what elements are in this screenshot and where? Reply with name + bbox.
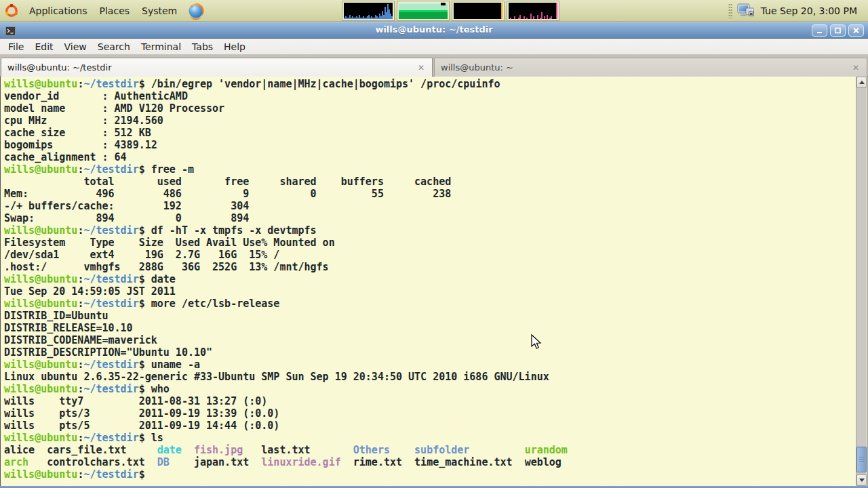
command-text: uname -a <box>145 359 200 371</box>
gnome-top-panel: ApplicationsPlacesSystem <box>0 0 868 22</box>
scroll-down-button[interactable] <box>856 474 867 486</box>
command-text: date <box>145 273 176 285</box>
prompt-path: ~/testdir <box>83 78 138 90</box>
terminal-output-line: Linux ubuntu 2.6.35-22-generic #33-Ubunt… <box>4 371 855 383</box>
command-text: free -m <box>145 163 194 176</box>
graph-bar <box>547 15 548 19</box>
minimize-button[interactable] <box>812 24 827 37</box>
terminal-output-line: vendor_id : AuthenticAMD <box>4 90 855 102</box>
terminal-output-line: model name : AMD V120 Processor <box>4 102 855 115</box>
prompt-path: ~/testdir <box>83 432 138 444</box>
terminal-command-line: wills@ubuntu:~/testdir$ date <box>4 273 855 285</box>
window-titlebar[interactable]: wills@ubuntu: ~/testdir <box>0 22 868 39</box>
panel-clock[interactable]: Tue Sep 20, 3:00 PM <box>761 5 857 16</box>
tab-label: wills@ubuntu: ~/testdir <box>1 62 416 73</box>
prompt-path: ~/testdir <box>83 468 138 481</box>
prompt-user-host: wills@ubuntu <box>4 468 77 481</box>
terminal-output-line: Tue Sep 20 14:59:05 JST 2011 <box>4 285 855 298</box>
prompt-user-host: wills@ubuntu <box>4 432 77 444</box>
desktop: ApplicationsPlacesSystem <box>0 0 868 488</box>
scrollbar[interactable] <box>856 77 867 486</box>
disk-swap-activity-graph[interactable] <box>507 1 559 20</box>
up-arrow-icon <box>859 81 865 84</box>
graph-bar <box>541 12 542 19</box>
close-button[interactable] <box>848 24 864 37</box>
network-activity-graph[interactable] <box>452 1 504 20</box>
panel-menus: ApplicationsPlacesSystem <box>23 0 183 22</box>
memory-graph-notch <box>441 3 446 5</box>
terminal-ls-line: arch controlchars.txt DB japan.txt linux… <box>4 456 855 468</box>
prompt-user-host: wills@ubuntu <box>4 298 77 310</box>
terminal-output-line: wills pts/5 2011-09-19 14:44 (:0.0) <box>4 420 855 432</box>
swap-graph-bars <box>509 3 557 19</box>
tab-close-icon[interactable]: ✕ <box>416 62 427 73</box>
terminal-output-line: cache size : 512 KB <box>4 127 855 139</box>
system-monitor-applets <box>342 1 559 20</box>
network-graph-edge-line <box>501 3 502 19</box>
firefox-launcher-icon[interactable] <box>187 2 205 20</box>
terminal-command-line: wills@ubuntu:~/testdir$ ls <box>4 432 855 444</box>
tab-testdir[interactable]: wills@ubuntu: ~/testdir ✕ <box>1 58 433 77</box>
panel-right-group: Tue Sep 20, 3:00 PM <box>728 0 857 22</box>
tab-close-icon[interactable]: ✕ <box>850 62 861 73</box>
terminal-command-line: wills@ubuntu:~/testdir$ who <box>4 383 855 395</box>
menubar-item-help[interactable]: Help <box>218 39 251 55</box>
panel-left-group: ApplicationsPlacesSystem <box>4 0 205 22</box>
graph-bar <box>391 16 393 19</box>
command-text: who <box>145 383 170 395</box>
terminal-output-line: wills tty7 2011-08-31 13:27 (:0) <box>4 395 855 407</box>
cpu-load-graph[interactable] <box>342 1 394 20</box>
terminal-output-line: Mem: 496 486 9 0 55 238 <box>4 188 855 200</box>
memory-usage-graph[interactable] <box>397 1 449 20</box>
command-text: df -hT -x tmpfs -x devtmpfs <box>145 224 317 237</box>
menubar-item-file[interactable]: File <box>3 39 29 55</box>
memory-band <box>399 12 448 19</box>
graph-bar <box>510 18 511 19</box>
terminal-output[interactable]: wills@ubuntu:~/testdir$ /bin/egrep 'vend… <box>1 77 855 486</box>
panel-menu-system[interactable]: System <box>136 0 183 22</box>
terminal-output-line: DISTRIB_CODENAME=maverick <box>4 334 855 346</box>
terminal-output-line: Filesystem Type Size Used Avail Use% Mou… <box>4 237 855 249</box>
maximize-button[interactable] <box>830 24 846 37</box>
down-arrow-icon <box>859 479 865 482</box>
command-text: ls <box>145 432 163 444</box>
swap-graph-edge-line <box>556 3 557 19</box>
menubar-item-tabs[interactable]: Tabs <box>186 39 218 55</box>
prompt-user-host: wills@ubuntu <box>4 359 77 371</box>
menubar-item-view[interactable]: View <box>59 39 92 55</box>
command-text: /bin/egrep 'vendor|name|MHz|cache|bogomi… <box>145 78 500 90</box>
prompt-path: ~/testdir <box>83 298 138 310</box>
menubar-item-edit[interactable]: Edit <box>29 39 58 55</box>
prompt-user-host: wills@ubuntu <box>4 78 77 90</box>
terminal-view: wills@ubuntu:~/testdir$ /bin/egrep 'vend… <box>0 77 868 486</box>
graph-bar <box>519 15 521 19</box>
prompt-path: ~/testdir <box>83 359 138 371</box>
graph-bar <box>526 18 528 19</box>
applet-drag-handle[interactable] <box>728 3 732 18</box>
menubar-item-terminal[interactable]: Terminal <box>136 39 186 55</box>
tab-home[interactable]: wills@ubuntu: ~ ✕ <box>434 58 867 77</box>
terminal-output-line: Swap: 894 0 894 <box>4 212 855 224</box>
command-text: more /etc/lsb-release <box>145 298 280 310</box>
scrollbar-thumb[interactable] <box>856 447 867 472</box>
panel-menu-applications[interactable]: Applications <box>23 0 94 22</box>
ubuntu-logo-icon[interactable] <box>4 3 19 18</box>
prompt-user-host: wills@ubuntu <box>4 273 77 285</box>
graph-bar <box>514 16 515 19</box>
terminal-command-line: wills@ubuntu:~/testdir$ uname -a <box>4 359 855 371</box>
terminal-prompt-line: wills@ubuntu:~/testdir$ <box>4 468 855 481</box>
panel-menu-places[interactable]: Places <box>94 0 136 22</box>
thumb-grip <box>859 457 864 463</box>
terminal-output-line: cpu MHz : 2194.560 <box>4 115 855 127</box>
graph-bar <box>524 16 525 19</box>
terminal-output-line: .host:/ vmhgfs 288G 36G 252G 13% /mnt/hg… <box>4 261 855 273</box>
menubar-item-search[interactable]: Search <box>92 39 136 55</box>
terminal-command-line: wills@ubuntu:~/testdir$ /bin/egrep 'vend… <box>4 78 855 90</box>
scroll-up-button[interactable] <box>856 77 867 88</box>
prompt-path: ~/testdir <box>83 273 138 285</box>
terminal-output-line: /dev/sda1 ext4 19G 2.7G 16G 15% / <box>4 249 855 261</box>
remote-desktop-icon[interactable] <box>737 2 756 20</box>
graph-bar <box>551 16 552 19</box>
window-title: wills@ubuntu: ~/testdir <box>0 24 868 35</box>
cpu-graph-bars <box>344 3 393 19</box>
